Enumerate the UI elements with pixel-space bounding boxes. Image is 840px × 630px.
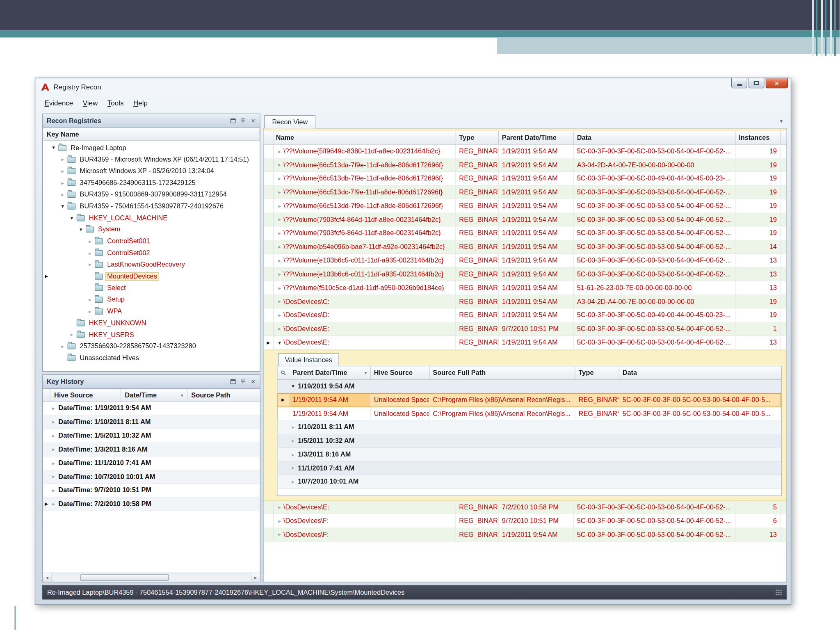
expand-icon[interactable]: ▸ (86, 238, 94, 244)
tree-item[interactable]: ▾System (43, 224, 260, 235)
tree-item[interactable]: ▸BUR4359 - 915000869-3079900899-33117129… (43, 189, 260, 200)
col-hive-source[interactable]: Hive Source (50, 389, 121, 401)
registry-value-row[interactable]: ▸\??\Volume{66c513da-7f9e-11df-a8de-806d… (264, 158, 787, 172)
menu-view[interactable]: View (78, 98, 103, 109)
key-history-header[interactable]: Key History ✕ (43, 375, 260, 389)
key-name-column-header[interactable]: Key Name (43, 128, 260, 141)
close-panel-icon[interactable]: ✕ (250, 379, 256, 384)
expand-row-icon[interactable]: ▸ (276, 203, 283, 209)
expand-row-icon[interactable]: ▸ (276, 230, 283, 236)
group-row[interactable]: ▸1/5/2011 10:32 AM (278, 434, 781, 448)
registry-value-row[interactable]: ▸\??\Volume{66c513dc-7f9e-11df-a8de-806d… (264, 186, 787, 199)
expand-row-icon[interactable]: ▸ (276, 299, 283, 304)
tree-item[interactable]: ▸Microsoft Windows XP - 05/26/2010 13:24… (43, 165, 260, 177)
expand-row-icon[interactable]: ▸ (276, 258, 283, 263)
expand-icon[interactable]: ▸ (50, 446, 57, 452)
col-parent-datetime[interactable]: Parent Date/Time▾ (289, 366, 371, 379)
expand-icon[interactable]: ▸ (59, 343, 66, 349)
registry-value-row[interactable]: ▸\??\Volume{66c513db-7f9e-11df-a8de-806d… (264, 172, 787, 185)
group-row[interactable]: ▸10/7/2010 10:01 AM (278, 475, 781, 489)
close-panel-icon[interactable]: ✕ (250, 118, 256, 123)
expand-icon[interactable]: ▸ (86, 250, 94, 256)
expand-group-icon[interactable]: ▸ (289, 479, 297, 484)
title-bar[interactable]: Registry Recon × (35, 78, 791, 96)
expand-row-icon[interactable]: ▸ (276, 285, 283, 291)
tree-item[interactable]: ▾HKEY_LOCAL_MACHINE (43, 212, 260, 224)
expand-icon[interactable]: ▸ (59, 192, 66, 197)
expand-row-icon[interactable]: ▸ (276, 217, 283, 222)
horizontal-scrollbar[interactable]: ◂ ▸ (43, 573, 260, 582)
expand-row-icon[interactable]: ▸ (276, 162, 283, 168)
expand-icon[interactable]: ▸ (59, 180, 66, 186)
registry-value-row[interactable]: ▸\??\Volume{e103b6c5-c011-11df-a935-0023… (264, 254, 787, 267)
tree-item[interactable]: ▾Re-Imaged Laptop (43, 142, 260, 153)
expand-row-icon[interactable]: ▸ (276, 532, 283, 537)
expand-icon[interactable]: ▸ (50, 405, 57, 411)
group-row[interactable]: ▸1/3/2011 8:16 AM (278, 448, 781, 461)
expand-group-icon[interactable]: ▸ (289, 424, 297, 430)
key-history-row[interactable]: ▸Date/Time: 9/7/2010 10:51 PM (43, 484, 260, 497)
menu-help[interactable]: Help (128, 98, 152, 109)
col-hive-source[interactable]: Hive Source (371, 366, 430, 379)
registry-value-row[interactable]: ▸\DosDevices\D:REG_BINARY1/19/2011 9:54 … (264, 308, 787, 322)
maximize-button[interactable] (749, 78, 765, 89)
tab-recon-view[interactable]: Recon View (264, 115, 316, 129)
expand-icon[interactable]: ▸ (50, 433, 57, 438)
tree-item[interactable]: Unassociated Hives (43, 352, 260, 364)
col-parent-datetime[interactable]: Parent Date/Time (499, 131, 574, 144)
col-source-full-path[interactable]: Source Full Path (430, 366, 575, 379)
tree-item[interactable]: ▸Setup (43, 294, 260, 305)
expand-row-icon[interactable]: ▸ (276, 244, 283, 250)
registry-value-row[interactable]: ▸\DosDevices\F:REG_BINARY1/19/2011 9:54 … (264, 528, 787, 541)
registry-value-row[interactable]: ▸\??\Volume{7903fcf4-864d-11df-a8ee-0023… (264, 213, 787, 226)
menu-evidence[interactable]: Evidence (40, 98, 78, 109)
menu-tools[interactable]: Tools (103, 98, 128, 109)
expand-icon[interactable]: ▸ (68, 332, 75, 338)
tree-item[interactable]: ▸2573566930-2285867507-1437323280 (43, 340, 260, 352)
registry-value-row[interactable]: ▸\DosDevices\C:REG_BINARY1/19/2011 9:54 … (264, 295, 787, 308)
expand-row-icon[interactable]: ▸ (276, 189, 283, 195)
registry-value-row[interactable]: ▸\??\Volume{66c513dd-7f9e-11df-a8de-806d… (264, 199, 787, 213)
expand-group-icon[interactable]: ▸ (289, 465, 297, 471)
tab-list-dropdown-icon[interactable]: ▾ (780, 119, 783, 124)
expand-icon[interactable]: ▸ (59, 157, 66, 162)
resize-grip[interactable] (775, 589, 782, 596)
registry-value-row[interactable]: ▸\DosDevices\E:REG_BINARY9/7/2010 10:51 … (264, 322, 787, 336)
tree-item[interactable]: ▾BUR4359 - 750461554-1539097877-24019267… (43, 200, 260, 212)
float-window-icon[interactable] (230, 379, 235, 384)
close-button[interactable]: × (765, 78, 788, 89)
collapse-icon[interactable]: ▾ (68, 215, 75, 221)
expand-row-icon[interactable]: ▸ (276, 518, 283, 524)
tree-item[interactable]: ▸BUR4359 - Microsoft Windows XP (06/14/2… (43, 154, 260, 165)
tree-item[interactable]: ▸HKEY_USERS (43, 329, 260, 340)
collapse-icon[interactable]: ▾ (77, 226, 84, 232)
key-history-row[interactable]: ▸Date/Time: 1/3/2011 8:16 AM (43, 443, 260, 457)
expand-icon[interactable]: ▸ (86, 308, 94, 314)
col-name[interactable]: Name (274, 131, 456, 144)
group-row[interactable]: ▸1/10/2011 8:11 AM (278, 420, 781, 434)
tree-item[interactable]: Select (43, 282, 260, 294)
registry-value-row[interactable]: ▸\??\Volume{7903fcf6-864d-11df-a8ee-0023… (264, 226, 787, 240)
collapse-icon[interactable]: ▾ (50, 145, 57, 151)
expand-row-icon[interactable]: ▸ (276, 326, 283, 331)
auto-hide-pin-icon[interactable] (240, 379, 246, 384)
minimize-button[interactable] (731, 78, 747, 89)
tab-value-instances[interactable]: Value Instances (278, 353, 339, 366)
scrollbar-thumb[interactable] (80, 574, 169, 581)
collapse-icon[interactable]: ▾ (59, 203, 66, 209)
tree-item[interactable]: ▶MountedDevices (43, 270, 260, 282)
col-date-time[interactable]: Date/Time▾ (121, 389, 187, 401)
col-instances[interactable]: Instances (735, 131, 781, 144)
expand-row-icon[interactable]: ▸ (276, 271, 283, 277)
tree-item[interactable]: ▸ControlSet002 (43, 247, 260, 258)
value-instance-row[interactable]: 1/19/2011 9:54 AMUnallocated SpaceC:\Pro… (278, 407, 781, 420)
expand-group-icon[interactable]: ▸ (289, 438, 297, 443)
key-history-row[interactable]: ▶▸Date/Time: 7/2/2010 10:58 PM (43, 498, 260, 511)
expand-icon[interactable]: ▸ (50, 487, 57, 493)
expand-row-icon[interactable]: ▸ (276, 312, 283, 318)
registry-value-row[interactable]: ▸\DosDevices\E:REG_BINARY7/2/2010 10:58 … (264, 501, 787, 514)
filter-dropdown-icon[interactable]: ▾ (365, 370, 367, 375)
expand-row-icon[interactable]: ▸ (276, 504, 283, 510)
registry-value-row[interactable]: ▸\DosDevices\F:REG_BINARY9/7/2010 10:51 … (264, 514, 787, 528)
expand-group-icon[interactable]: ▸ (289, 452, 297, 457)
